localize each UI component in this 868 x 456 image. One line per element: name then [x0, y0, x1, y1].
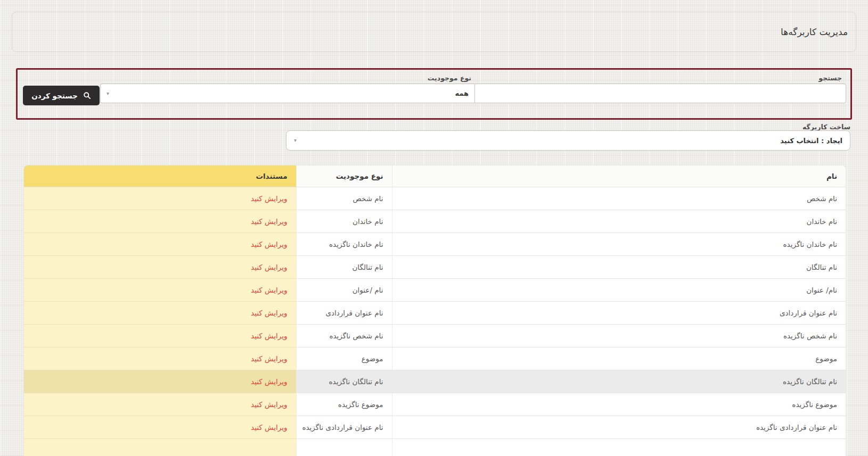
table-row: نام تنالگان ناگزیدهنام تنالگان ناگزیدهوی… [23, 370, 846, 393]
create-worksheet-value: ایجاد : انتخاب کنید [780, 137, 842, 145]
cell-name: نام عنوان قراردادی ناگزیده [392, 416, 846, 438]
cell-entity-type: نام شخص [296, 187, 392, 210]
header-name: نام [392, 165, 846, 187]
cell-documents: ویرایش کنید [23, 278, 296, 301]
table-row: نام/ عنواننام /عنوانویرایش کنید [23, 278, 846, 301]
edit-link[interactable]: ویرایش کنید [251, 354, 287, 363]
edit-link[interactable]: ویرایش کنید [251, 400, 287, 409]
table-row: نام عنوان قراردادی ناگزیدهنام عنوان قرار… [23, 416, 846, 438]
cell-name: نام شخص [392, 187, 846, 210]
cell-entity-type: نام /عنوان [296, 278, 392, 301]
cell-entity-type: موضوع ناگزیده [296, 393, 392, 416]
worksheets-table: نام نوع موجودیت مستندات نام شخصنام شخصوی… [23, 165, 846, 456]
cell-entity-type: موضوع [296, 347, 392, 370]
cell-entity-type: نام خاندان [296, 210, 392, 233]
entity-type-label: نوع موجودیت [428, 74, 471, 82]
search-input[interactable] [474, 84, 846, 103]
cell-name [392, 438, 846, 456]
chevron-down-icon: ▾ [294, 138, 297, 143]
cell-documents: ویرایش کنید [23, 416, 296, 438]
title-panel: مدیریت کاربرگه‌ها [12, 12, 856, 52]
table-row: موضوع ناگزیدهموضوع ناگزیدهویرایش کنید [23, 393, 846, 416]
cell-entity-type: نام خاندان ناگزیده [296, 233, 392, 255]
table-row: نام شخص ناگزیدهنام شخص ناگزیدهویرایش کنی… [23, 324, 846, 347]
table-row: موضوعموضوعویرایش کنید [23, 347, 846, 370]
search-panel: جستجو نوع موجودیت همه ▾ جستجو کردن [16, 68, 852, 120]
entity-type-select[interactable]: همه ▾ [100, 84, 474, 103]
table-header-row: نام نوع موجودیت مستندات [23, 165, 846, 187]
edit-link[interactable]: ویرایش کنید [251, 217, 287, 226]
header-entity-type: نوع موجودیت [296, 165, 392, 187]
cell-documents: ویرایش کنید [23, 393, 296, 416]
search-icon [83, 92, 91, 100]
cell-documents: ویرایش کنید [23, 233, 296, 255]
cell-documents: ویرایش کنید [23, 210, 296, 233]
edit-link[interactable]: ویرایش کنید [251, 377, 287, 386]
search-label: جستجو [818, 74, 842, 82]
cell-entity-type [296, 438, 392, 456]
cell-name: نام تنالگان [392, 255, 846, 278]
cell-documents: ویرایش کنید [23, 347, 296, 370]
search-button[interactable]: جستجو کردن [23, 86, 100, 105]
cell-name: نام خاندان [392, 210, 846, 233]
cell-entity-type: نام شخص ناگزیده [296, 324, 392, 347]
cell-name: نام خاندان ناگزیده [392, 233, 846, 255]
cell-entity-type: نام تنالگان ناگزیده [296, 370, 392, 393]
cell-entity-type: نام عنوان قراردادی [296, 301, 392, 324]
cell-name: نام شخص ناگزیده [392, 324, 846, 347]
edit-link[interactable]: ویرایش کنید [251, 240, 287, 248]
search-fields: همه ▾ [100, 84, 846, 103]
table-row: نام خاندان ناگزیدهنام خاندان ناگزیدهویرا… [23, 233, 846, 255]
cell-name: نام عنوان قراردادی [392, 301, 846, 324]
cell-name: نام تنالگان ناگزیده [392, 370, 846, 393]
table-row-partial [23, 438, 846, 456]
cell-entity-type: نام عنوان قراردادی ناگزیده [296, 416, 392, 438]
edit-link[interactable]: ویرایش کنید [251, 286, 287, 294]
table-row: نام تنالگاننام تنالگانویرایش کنید [23, 255, 846, 278]
entity-type-value: همه [455, 89, 469, 97]
edit-link[interactable]: ویرایش کنید [251, 331, 287, 340]
header-documents: مستندات [23, 165, 296, 187]
cell-documents: ویرایش کنید [23, 324, 296, 347]
create-worksheet-select[interactable]: ایجاد : انتخاب کنید ▾ [286, 130, 850, 151]
edit-link[interactable]: ویرایش کنید [251, 309, 287, 317]
cell-entity-type: نام تنالگان [296, 255, 392, 278]
cell-name: موضوع ناگزیده [392, 393, 846, 416]
cell-documents: ویرایش کنید [23, 255, 296, 278]
cell-documents: ویرایش کنید [23, 187, 296, 210]
create-worksheet-label: ساخت کاربرگه [803, 123, 850, 131]
table-row: نام عنوان قراردادینام عنوان قراردادیویرا… [23, 301, 846, 324]
edit-link[interactable]: ویرایش کنید [251, 263, 287, 271]
page-title: مدیریت کاربرگه‌ها [12, 12, 856, 52]
cell-documents: ویرایش کنید [23, 370, 296, 393]
table-row: نام شخصنام شخصویرایش کنید [23, 187, 846, 210]
cell-documents [23, 438, 296, 456]
cell-name: موضوع [392, 347, 846, 370]
chevron-down-icon: ▾ [107, 91, 109, 96]
edit-link[interactable]: ویرایش کنید [251, 194, 287, 203]
edit-link[interactable]: ویرایش کنید [251, 423, 287, 432]
cell-documents: ویرایش کنید [23, 301, 296, 324]
cell-name: نام/ عنوان [392, 278, 846, 301]
table-row: نام خانداننام خاندانویرایش کنید [23, 210, 846, 233]
search-button-label: جستجو کردن [31, 92, 78, 100]
